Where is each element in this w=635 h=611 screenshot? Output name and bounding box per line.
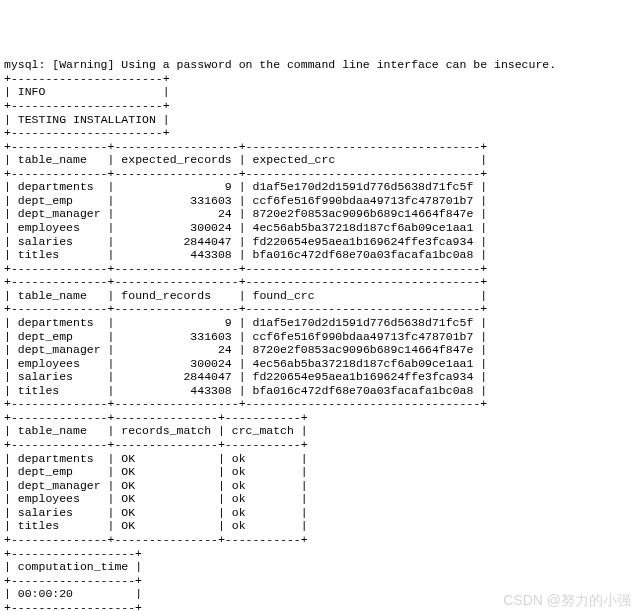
cell: OK bbox=[121, 452, 135, 465]
cell: 443308 bbox=[190, 248, 231, 261]
cell: fd220654e95aea1b169624ffe3fca934 bbox=[252, 370, 473, 383]
cell: OK bbox=[121, 465, 135, 478]
cell: 300024 bbox=[190, 357, 231, 370]
cell: departments bbox=[18, 180, 94, 193]
cell: 00:00:20 bbox=[18, 587, 73, 600]
cell: 8720e2f0853ac9096b689c14664f847e bbox=[253, 207, 474, 220]
col-header: table_name bbox=[18, 424, 87, 437]
cell: dept_manager bbox=[18, 343, 101, 356]
cell: d1af5e170d2d1591d776d5638d71fc5f bbox=[252, 316, 473, 329]
col-header: table_name bbox=[18, 289, 87, 302]
cell: titles bbox=[18, 384, 59, 397]
cell: 331603 bbox=[190, 330, 231, 343]
cell: ccf6fe516f990bdaa49713fc478701b7 bbox=[253, 194, 474, 207]
cell: dept_manager bbox=[18, 479, 101, 492]
cell: dept_emp bbox=[18, 194, 73, 207]
cell: departments bbox=[18, 316, 94, 329]
cell: salaries bbox=[18, 506, 73, 519]
cell: ok bbox=[232, 465, 246, 478]
cell: titles bbox=[18, 519, 59, 532]
cell: dept_emp bbox=[18, 465, 73, 478]
cell: 8720e2f0853ac9096b689c14664f847e bbox=[253, 343, 474, 356]
cell: 9 bbox=[225, 316, 232, 329]
cell: OK bbox=[121, 506, 135, 519]
cell: employees bbox=[18, 221, 80, 234]
cell: 2844047 bbox=[183, 370, 231, 383]
cell: 2844047 bbox=[183, 235, 231, 248]
cell: salaries bbox=[18, 370, 73, 383]
cell: bfa016c472df68e70a03facafa1bc0a8 bbox=[253, 248, 474, 261]
col-header: expected_crc bbox=[252, 153, 335, 166]
cell: OK bbox=[121, 519, 135, 532]
warning-line: mysql: [Warning] Using a password on the… bbox=[4, 58, 556, 71]
cell: d1af5e170d2d1591d776d5638d71fc5f bbox=[252, 180, 473, 193]
cell: salaries bbox=[18, 235, 73, 248]
col-header: found_crc bbox=[252, 289, 314, 302]
cell: ok bbox=[232, 452, 246, 465]
info-value: TESTING INSTALLATION bbox=[18, 113, 156, 126]
col-header: crc_match bbox=[232, 424, 294, 437]
cell: ok bbox=[232, 506, 246, 519]
terminal-output: mysql: [Warning] Using a password on the… bbox=[4, 58, 556, 611]
cell: departments bbox=[18, 452, 94, 465]
cell: titles bbox=[18, 248, 59, 261]
cell: 9 bbox=[225, 180, 232, 193]
cell: bfa016c472df68e70a03facafa1bc0a8 bbox=[253, 384, 474, 397]
cell: fd220654e95aea1b169624ffe3fca934 bbox=[252, 235, 473, 248]
cell: 331603 bbox=[190, 194, 231, 207]
cell: ok bbox=[232, 479, 246, 492]
cell: 24 bbox=[218, 207, 232, 220]
col-header: records_match bbox=[121, 424, 211, 437]
cell: ok bbox=[232, 519, 246, 532]
cell: OK bbox=[121, 492, 135, 505]
cell: 4ec56ab5ba37218d187cf6ab09ce1aa1 bbox=[253, 357, 474, 370]
info-header: INFO bbox=[18, 85, 46, 98]
cell: dept_emp bbox=[18, 330, 73, 343]
cell: employees bbox=[18, 357, 80, 370]
cell: 300024 bbox=[190, 221, 231, 234]
col-header: expected_records bbox=[121, 153, 231, 166]
col-header: computation_time bbox=[18, 560, 128, 573]
col-header: found_records bbox=[121, 289, 211, 302]
cell: ccf6fe516f990bdaa49713fc478701b7 bbox=[253, 330, 474, 343]
cell: 4ec56ab5ba37218d187cf6ab09ce1aa1 bbox=[253, 221, 474, 234]
cell: dept_manager bbox=[18, 207, 101, 220]
cell: 24 bbox=[218, 343, 232, 356]
cell: ok bbox=[232, 492, 246, 505]
cell: OK bbox=[121, 479, 135, 492]
cell: 443308 bbox=[190, 384, 231, 397]
col-header: table_name bbox=[18, 153, 87, 166]
cell: employees bbox=[18, 492, 80, 505]
watermark: CSDN @努力的小强 bbox=[503, 592, 631, 609]
